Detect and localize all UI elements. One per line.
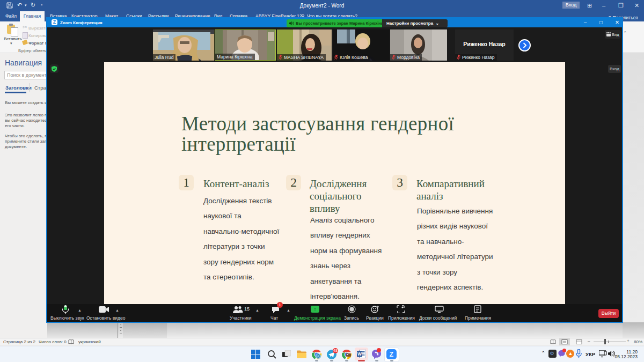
svg-text:Z: Z: [390, 351, 393, 358]
svg-text:W: W: [357, 351, 362, 357]
